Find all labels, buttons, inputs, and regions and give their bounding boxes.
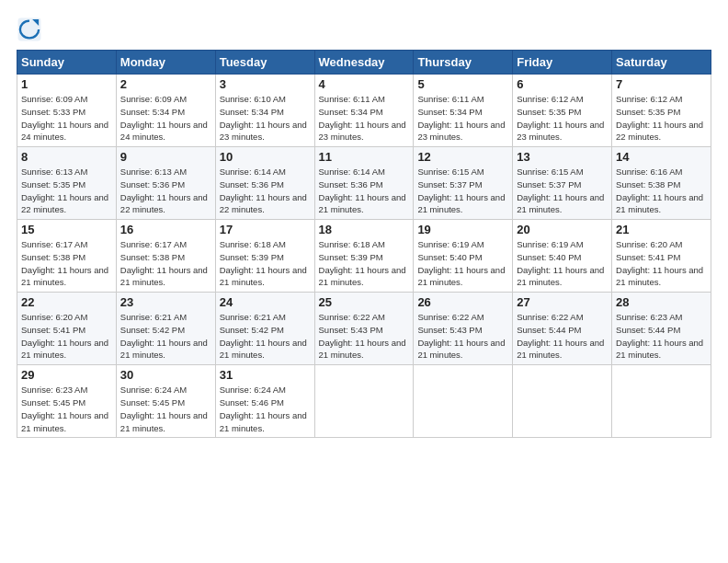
calendar-cell: 5Sunrise: 6:11 AMSunset: 5:34 PMDaylight… xyxy=(414,75,513,147)
day-number: 1 xyxy=(21,77,112,91)
calendar-header-monday: Monday xyxy=(116,51,215,75)
page: SundayMondayTuesdayWednesdayThursdayFrid… xyxy=(0,0,728,563)
calendar-header-saturday: Saturday xyxy=(612,51,711,75)
calendar-cell: 22Sunrise: 6:20 AMSunset: 5:41 PMDayligh… xyxy=(17,293,117,365)
day-detail: Sunrise: 6:14 AMSunset: 5:36 PMDaylight:… xyxy=(220,166,311,216)
calendar-cell: 28Sunrise: 6:23 AMSunset: 5:44 PMDayligh… xyxy=(612,293,711,365)
calendar-cell xyxy=(414,365,513,438)
calendar-cell: 7Sunrise: 6:12 AMSunset: 5:35 PMDaylight… xyxy=(612,75,711,147)
day-number: 12 xyxy=(417,150,508,164)
day-number: 31 xyxy=(220,368,311,382)
day-number: 19 xyxy=(417,223,508,236)
day-number: 6 xyxy=(517,77,608,91)
calendar-cell: 30Sunrise: 6:24 AMSunset: 5:45 PMDayligh… xyxy=(116,365,215,438)
header xyxy=(17,17,711,42)
day-number: 11 xyxy=(319,150,410,164)
day-detail: Sunrise: 6:14 AMSunset: 5:36 PMDaylight:… xyxy=(319,166,410,216)
day-detail: Sunrise: 6:11 AMSunset: 5:34 PMDaylight:… xyxy=(319,93,410,144)
day-detail: Sunrise: 6:12 AMSunset: 5:35 PMDaylight:… xyxy=(517,93,608,144)
day-detail: Sunrise: 6:15 AMSunset: 5:37 PMDaylight:… xyxy=(417,166,508,216)
day-number: 18 xyxy=(319,223,410,236)
day-detail: Sunrise: 6:23 AMSunset: 5:45 PMDaylight:… xyxy=(21,384,112,434)
day-detail: Sunrise: 6:24 AMSunset: 5:45 PMDaylight:… xyxy=(120,384,211,434)
logo xyxy=(17,17,46,42)
calendar-cell: 20Sunrise: 6:19 AMSunset: 5:40 PMDayligh… xyxy=(513,220,612,293)
day-number: 8 xyxy=(21,150,112,164)
day-detail: Sunrise: 6:13 AMSunset: 5:35 PMDaylight:… xyxy=(21,166,112,216)
day-detail: Sunrise: 6:09 AMSunset: 5:34 PMDaylight:… xyxy=(120,93,211,144)
day-detail: Sunrise: 6:21 AMSunset: 5:42 PMDaylight:… xyxy=(220,311,311,362)
calendar-week-row: 15Sunrise: 6:17 AMSunset: 5:38 PMDayligh… xyxy=(17,220,711,293)
day-detail: Sunrise: 6:19 AMSunset: 5:40 PMDaylight:… xyxy=(517,238,608,289)
day-number: 20 xyxy=(517,223,608,236)
calendar-cell: 11Sunrise: 6:14 AMSunset: 5:36 PMDayligh… xyxy=(314,147,414,220)
day-number: 27 xyxy=(517,295,608,309)
day-detail: Sunrise: 6:11 AMSunset: 5:34 PMDaylight:… xyxy=(417,93,508,144)
calendar-header-sunday: Sunday xyxy=(17,51,117,75)
day-detail: Sunrise: 6:22 AMSunset: 5:43 PMDaylight:… xyxy=(319,311,410,362)
day-number: 29 xyxy=(21,368,112,382)
calendar-cell: 29Sunrise: 6:23 AMSunset: 5:45 PMDayligh… xyxy=(17,365,117,438)
day-detail: Sunrise: 6:24 AMSunset: 5:46 PMDaylight:… xyxy=(220,384,311,434)
calendar-cell xyxy=(513,365,612,438)
calendar-header-wednesday: Wednesday xyxy=(314,51,414,75)
day-number: 14 xyxy=(616,150,707,164)
day-number: 5 xyxy=(417,77,508,91)
calendar-cell: 16Sunrise: 6:17 AMSunset: 5:38 PMDayligh… xyxy=(116,220,215,293)
calendar-cell: 17Sunrise: 6:18 AMSunset: 5:39 PMDayligh… xyxy=(215,220,314,293)
day-detail: Sunrise: 6:22 AMSunset: 5:43 PMDaylight:… xyxy=(417,311,508,362)
calendar-cell: 3Sunrise: 6:10 AMSunset: 5:34 PMDaylight… xyxy=(215,75,314,147)
day-detail: Sunrise: 6:15 AMSunset: 5:37 PMDaylight:… xyxy=(517,166,608,216)
calendar-cell: 13Sunrise: 6:15 AMSunset: 5:37 PMDayligh… xyxy=(513,147,612,220)
calendar-cell: 10Sunrise: 6:14 AMSunset: 5:36 PMDayligh… xyxy=(215,147,314,220)
day-detail: Sunrise: 6:20 AMSunset: 5:41 PMDaylight:… xyxy=(21,311,112,362)
day-number: 22 xyxy=(21,295,112,309)
calendar-cell: 6Sunrise: 6:12 AMSunset: 5:35 PMDaylight… xyxy=(513,75,612,147)
calendar-table: SundayMondayTuesdayWednesdayThursdayFrid… xyxy=(17,50,711,438)
calendar-cell: 9Sunrise: 6:13 AMSunset: 5:36 PMDaylight… xyxy=(116,147,215,220)
day-detail: Sunrise: 6:19 AMSunset: 5:40 PMDaylight:… xyxy=(417,238,508,289)
day-number: 4 xyxy=(319,77,410,91)
day-number: 30 xyxy=(120,368,211,382)
day-detail: Sunrise: 6:18 AMSunset: 5:39 PMDaylight:… xyxy=(319,238,410,289)
day-detail: Sunrise: 6:09 AMSunset: 5:33 PMDaylight:… xyxy=(21,93,112,144)
calendar-cell: 15Sunrise: 6:17 AMSunset: 5:38 PMDayligh… xyxy=(17,220,117,293)
calendar-header-tuesday: Tuesday xyxy=(215,51,314,75)
day-number: 15 xyxy=(21,223,112,236)
calendar-cell: 1Sunrise: 6:09 AMSunset: 5:33 PMDaylight… xyxy=(17,75,117,147)
day-detail: Sunrise: 6:16 AMSunset: 5:38 PMDaylight:… xyxy=(616,166,707,216)
calendar-header-friday: Friday xyxy=(513,51,612,75)
day-number: 17 xyxy=(220,223,311,236)
calendar-cell: 25Sunrise: 6:22 AMSunset: 5:43 PMDayligh… xyxy=(314,293,414,365)
day-number: 16 xyxy=(120,223,211,236)
calendar-cell xyxy=(314,365,414,438)
calendar-header-row: SundayMondayTuesdayWednesdayThursdayFrid… xyxy=(17,51,711,75)
calendar-cell: 26Sunrise: 6:22 AMSunset: 5:43 PMDayligh… xyxy=(414,293,513,365)
calendar-cell: 18Sunrise: 6:18 AMSunset: 5:39 PMDayligh… xyxy=(314,220,414,293)
day-number: 3 xyxy=(220,77,311,91)
day-detail: Sunrise: 6:17 AMSunset: 5:38 PMDaylight:… xyxy=(21,238,112,289)
day-detail: Sunrise: 6:12 AMSunset: 5:35 PMDaylight:… xyxy=(616,93,707,144)
day-number: 23 xyxy=(120,295,211,309)
day-number: 25 xyxy=(319,295,410,309)
day-detail: Sunrise: 6:10 AMSunset: 5:34 PMDaylight:… xyxy=(220,93,311,144)
calendar-week-row: 8Sunrise: 6:13 AMSunset: 5:35 PMDaylight… xyxy=(17,147,711,220)
calendar-cell: 4Sunrise: 6:11 AMSunset: 5:34 PMDaylight… xyxy=(314,75,414,147)
day-number: 21 xyxy=(616,223,707,236)
calendar-cell: 23Sunrise: 6:21 AMSunset: 5:42 PMDayligh… xyxy=(116,293,215,365)
calendar-cell: 21Sunrise: 6:20 AMSunset: 5:41 PMDayligh… xyxy=(612,220,711,293)
calendar-cell: 12Sunrise: 6:15 AMSunset: 5:37 PMDayligh… xyxy=(414,147,513,220)
day-number: 28 xyxy=(616,295,707,309)
day-detail: Sunrise: 6:23 AMSunset: 5:44 PMDaylight:… xyxy=(616,311,707,362)
day-number: 7 xyxy=(616,77,707,91)
calendar-header-thursday: Thursday xyxy=(414,51,513,75)
day-number: 13 xyxy=(517,150,608,164)
calendar-week-row: 22Sunrise: 6:20 AMSunset: 5:41 PMDayligh… xyxy=(17,293,711,365)
day-detail: Sunrise: 6:17 AMSunset: 5:38 PMDaylight:… xyxy=(120,238,211,289)
calendar-cell: 19Sunrise: 6:19 AMSunset: 5:40 PMDayligh… xyxy=(414,220,513,293)
calendar-cell: 14Sunrise: 6:16 AMSunset: 5:38 PMDayligh… xyxy=(612,147,711,220)
day-detail: Sunrise: 6:20 AMSunset: 5:41 PMDaylight:… xyxy=(616,238,707,289)
calendar-cell: 31Sunrise: 6:24 AMSunset: 5:46 PMDayligh… xyxy=(215,365,314,438)
calendar-cell: 27Sunrise: 6:22 AMSunset: 5:44 PMDayligh… xyxy=(513,293,612,365)
day-detail: Sunrise: 6:13 AMSunset: 5:36 PMDaylight:… xyxy=(120,166,211,216)
